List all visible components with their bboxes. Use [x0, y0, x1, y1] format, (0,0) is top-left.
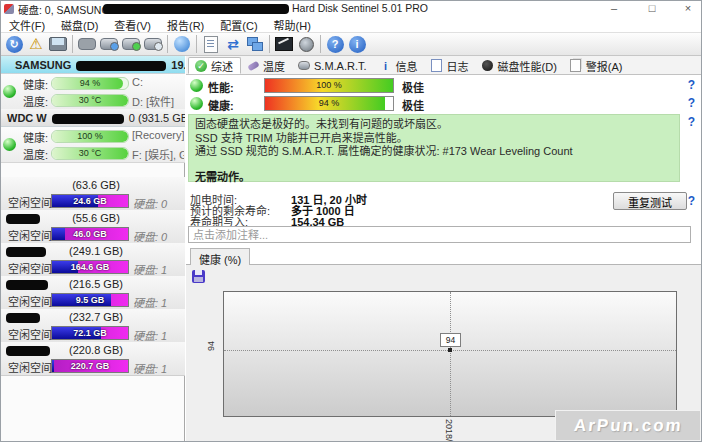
toolbar-separator — [72, 35, 73, 53]
help-icon[interactable]: ? — [325, 34, 345, 54]
health-label: 健康: — [208, 97, 234, 113]
y-axis-tick: 94 — [206, 341, 216, 351]
partition-size: (55.6 GB) — [56, 212, 136, 224]
partition-item[interactable]: (249.1 GB) 空闲空间 164.6 GB 硬盘: 1 — [1, 243, 185, 277]
smart-disk-icon — [298, 60, 310, 72]
disk-samsung-details[interactable]: 健康: 94 % C: 温度: 30 °C D: [软件] — [1, 74, 185, 110]
disk-size: 0 (931.5 GB) — [129, 112, 185, 124]
free-space-label: 空闲空间 — [8, 359, 52, 375]
retest-button[interactable]: 重复测试 — [613, 192, 687, 210]
maximize-button[interactable]: □ — [637, 1, 667, 16]
disk-ok-icon[interactable] — [121, 34, 141, 54]
tab-alerts[interactable]: 警报(A) — [564, 57, 630, 74]
health-rating: 极佳 — [402, 97, 424, 113]
network-icon[interactable] — [245, 34, 265, 54]
menu-config[interactable]: 配置(C) — [212, 17, 265, 33]
redacted-text — [6, 313, 40, 323]
performance-rating: 极佳 — [402, 79, 424, 95]
tab-disk-performance[interactable]: 磁盘性能(D) — [476, 57, 564, 74]
menu-file[interactable]: 文件(F) — [1, 17, 53, 33]
disk-wdc-details[interactable]: 健康: 100 % [Recovery], E 温度: 30 °C F: [娱乐… — [1, 127, 185, 163]
save-chart-icon[interactable] — [192, 270, 205, 283]
info-icon[interactable]: i — [347, 34, 367, 54]
menu-report[interactable]: 报告(R) — [159, 17, 212, 33]
free-space-label: 空闲空间 — [8, 194, 52, 210]
tab-health-chart[interactable]: 健康 (%) — [190, 248, 250, 265]
free-space-bar: 46.0 GB — [51, 227, 129, 241]
sync-icon[interactable]: ⇄ — [223, 34, 243, 54]
disk-size: 19.2 — [171, 59, 185, 71]
disk-item-samsung[interactable]: SAMSUNG 19.2 — [1, 56, 185, 74]
disk-remove-icon[interactable] — [77, 34, 97, 54]
partition-disk-index: 硬盘: 0 — [133, 195, 167, 211]
action-needed-text: 无需动作。 — [195, 171, 673, 185]
minimize-button[interactable]: – — [599, 1, 629, 16]
drive-letters: C: — [132, 76, 184, 88]
app-window: 硬盘: 0, SAMSUNG Hard Disk Sentinel 5.01 P… — [0, 0, 702, 442]
menu-view[interactable]: 查看(V) — [106, 17, 159, 33]
performance-row: 性能: 100 % 极佳 ? — [186, 78, 702, 95]
help-circle-icon[interactable]: ? — [688, 115, 695, 129]
temp-bar: 30 °C — [51, 94, 129, 107]
free-space-bar: 24.6 GB — [51, 194, 129, 208]
toolbar-separator — [320, 35, 321, 53]
disk-sidebar: SAMSUNG 19.2 健康: 94 % C: 温度: 30 °C D: [软… — [1, 56, 185, 441]
disk-item-wdc[interactable]: WDC W 0 (931.5 GB) 硬盘 — [1, 109, 185, 127]
partition-item[interactable]: (216.5 GB) 空闲空间 9.5 GB 硬盘: 1 — [1, 276, 185, 310]
x-axis-tick: 2018/4/5 — [444, 419, 454, 442]
help-circle-icon[interactable]: ? — [688, 78, 695, 92]
gauge-icon — [482, 60, 494, 72]
toolbar-separator — [196, 35, 197, 53]
menu-disk[interactable]: 磁盘(D) — [53, 17, 106, 33]
status-line: 固态硬盘状态是极好的。未找到有问题的或坏扇区。 — [195, 118, 673, 132]
status-line: 通过 SSD 规范的 S.M.A.R.T. 属性确定的健康状况: #173 We… — [195, 145, 673, 159]
data-point-label: 94 — [440, 333, 461, 347]
status-ok-icon — [190, 97, 203, 110]
refresh-icon[interactable]: ↻ — [4, 34, 24, 54]
pages-icon — [570, 60, 582, 72]
partition-disk-index: 硬盘: 1 — [133, 360, 167, 376]
main-panel: ✓ 综述 温度 S.M.A.R.T. i 信息 日志 磁盘性能(D) — [186, 56, 702, 441]
help-circle-icon[interactable]: ? — [688, 194, 695, 208]
disk-search-icon[interactable] — [143, 34, 163, 54]
report-icon[interactable] — [201, 34, 221, 54]
disk-clock-icon[interactable] — [99, 34, 119, 54]
tab-information[interactable]: i 信息 — [374, 57, 425, 74]
window-title-disk: 硬盘: 0, SAMSUNG — [18, 2, 110, 17]
tab-temperature[interactable]: 温度 — [241, 57, 292, 74]
globe-disk-icon[interactable] — [172, 34, 192, 54]
title-bar: 硬盘: 0, SAMSUNG Hard Disk Sentinel 5.01 P… — [1, 1, 702, 17]
redacted-text — [6, 346, 50, 356]
tab-log[interactable]: 日志 — [425, 57, 476, 74]
health-label: 健康: — [23, 76, 48, 92]
temp-bar: 30 °C — [51, 147, 129, 160]
tab-strip: ✓ 综述 温度 S.M.A.R.T. i 信息 日志 磁盘性能(D) — [186, 56, 702, 75]
drive-letters: D: [软件] — [132, 93, 184, 109]
partition-item[interactable]: (220.8 GB) 空闲空间 220.7 GB 硬盘: 1 — [1, 342, 185, 376]
partition-item[interactable]: (232.7 GB) 空闲空间 72.1 GB 硬盘: 1 — [1, 309, 185, 343]
window-title-app: Hard Disk Sentinel 5.01 PRO — [292, 2, 428, 14]
health-row: 健康: 94 % 极佳 ? — [186, 96, 702, 113]
menu-help[interactable]: 帮助(H) — [266, 17, 319, 33]
temp-label: 温度: — [23, 146, 48, 162]
free-space-label: 空闲空间 — [8, 326, 52, 342]
tab-smart[interactable]: S.M.A.R.T. — [292, 57, 374, 74]
free-space-bar: 220.7 GB — [51, 359, 129, 373]
disk-warning-icon[interactable]: ⚠ — [26, 34, 46, 54]
partition-size: (220.8 GB) — [56, 344, 136, 356]
close-button[interactable]: × — [673, 1, 702, 16]
partition-item[interactable]: (55.6 GB) 空闲空间 46.0 GB 硬盘: 0 — [1, 210, 185, 244]
surface-test-icon[interactable] — [274, 34, 294, 54]
speaker-icon[interactable] — [296, 34, 316, 54]
help-circle-icon[interactable]: ? — [688, 96, 695, 110]
free-space-label: 空闲空间 — [8, 260, 52, 276]
tab-overview[interactable]: ✓ 综述 — [188, 57, 241, 74]
comment-input[interactable] — [188, 226, 691, 243]
toolbar-separator — [167, 35, 168, 53]
partition-item[interactable]: (63.6 GB) 空闲空间 24.6 GB 硬盘: 0 — [1, 177, 185, 211]
free-space-label: 空闲空间 — [8, 227, 52, 243]
health-bar: 100 % — [51, 130, 129, 143]
monitor-icon[interactable] — [48, 34, 68, 54]
toolbar: ↻ ⚠ ⇄ ? i — [1, 32, 702, 56]
ssd-status-box: 固态硬盘状态是极好的。未找到有问题的或坏扇区。 SSD 支持 TRIM 功能并已… — [188, 114, 680, 182]
